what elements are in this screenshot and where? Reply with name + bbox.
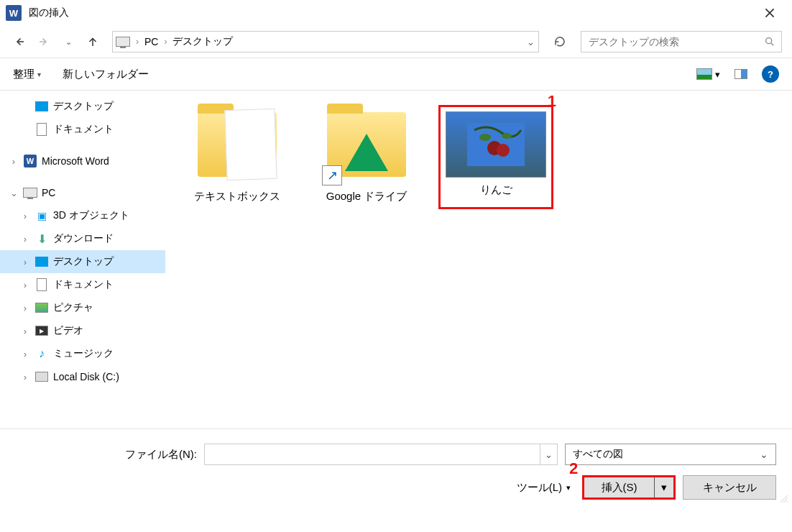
cancel-button[interactable]: キャンセル (683, 475, 776, 500)
desktop-icon (35, 257, 48, 267)
preview-pane-icon (735, 69, 747, 79)
sidebar-item-desktop-quick[interactable]: デスクトップ (0, 95, 165, 118)
refresh-icon (553, 35, 566, 48)
organize-label: 整理 (13, 68, 34, 81)
tools-menu[interactable]: ツール(L) ▾ (517, 481, 571, 495)
forward-button[interactable] (34, 32, 53, 51)
sidebar-item-label: ミュージック (53, 347, 114, 360)
preview-pane-button[interactable] (735, 69, 747, 79)
sidebar-item-label: PC (42, 187, 55, 198)
navigation-pane: デスクトップ ドキュメント › W Microsoft Word ⌄ PC ›▣… (0, 91, 165, 428)
item-label: りんご (480, 183, 512, 197)
insert-button-dropdown[interactable]: ▾ (655, 481, 673, 494)
sidebar-item-documents[interactable]: › ドキュメント (0, 273, 165, 296)
svg-point-0 (766, 38, 772, 44)
expand-icon[interactable]: › (20, 326, 30, 336)
insert-button[interactable]: 挿入(S) ▾ (582, 475, 676, 500)
recent-locations-button[interactable]: ⌄ (59, 32, 78, 51)
expand-icon[interactable]: › (9, 156, 19, 167)
document-icon (37, 278, 47, 291)
shortcut-icon: ↗ (322, 165, 342, 185)
tools-label: ツール(L) (517, 481, 562, 495)
chevron-down-icon: ▾ (661, 481, 667, 494)
sidebar-item-label: ピクチャ (53, 301, 93, 314)
image-item-apple[interactable]: りんご (438, 105, 553, 209)
filename-dropdown[interactable]: ⌄ (540, 444, 558, 465)
resize-grip-icon[interactable] (779, 494, 789, 504)
music-icon: ♪ (39, 347, 45, 360)
chevron-down-icon: ⌄ (760, 449, 768, 460)
svg-point-5 (502, 133, 512, 139)
sidebar-item-label: ドキュメント (53, 278, 114, 291)
expand-icon[interactable]: › (20, 349, 30, 359)
pc-icon (23, 188, 37, 198)
dialog-footer: ファイル名(N): ⌄ すべての図 ⌄ ツール(L) ▾ 2 挿入(S) ▾ キ… (0, 428, 792, 507)
sidebar-item-label: ダウンロード (53, 232, 114, 245)
folder-item-textbox[interactable]: テキストボックス (180, 105, 295, 203)
organize-menu[interactable]: 整理 ▾ (13, 68, 41, 81)
desktop-icon (35, 101, 48, 111)
folder-item-gdrive[interactable]: ↗ Google ドライブ (309, 105, 424, 203)
sidebar-item-music[interactable]: ›♪ ミュージック (0, 342, 165, 365)
cancel-label: キャンセル (703, 481, 757, 495)
sidebar-item-videos[interactable]: ›▶ ビデオ (0, 319, 165, 342)
filename-input[interactable] (204, 444, 540, 465)
item-label: Google ドライブ (326, 190, 407, 203)
svg-point-4 (479, 134, 491, 141)
new-folder-button[interactable]: 新しいフォルダー (63, 68, 149, 81)
sidebar-item-local-disk[interactable]: › Local Disk (C:) (0, 365, 165, 388)
thumbnail-view-icon (696, 68, 712, 80)
help-button[interactable]: ? (762, 65, 779, 83)
expand-icon[interactable]: › (20, 280, 30, 290)
new-folder-label: 新しいフォルダー (63, 68, 149, 81)
file-type-filter[interactable]: すべての図 ⌄ (565, 444, 776, 465)
chevron-down-icon: ⌄ (65, 37, 72, 47)
document-icon (37, 123, 47, 136)
back-button[interactable] (10, 32, 29, 51)
callout-2: 2 (569, 459, 578, 478)
close-icon (765, 8, 775, 18)
title-bar: W 図の挿入 (0, 0, 792, 26)
search-icon (764, 36, 775, 47)
folder-thumbnail (194, 105, 280, 184)
video-icon: ▶ (35, 326, 48, 336)
up-button[interactable] (83, 32, 102, 51)
search-input[interactable] (587, 35, 764, 48)
sidebar-item-label: Local Disk (C:) (53, 371, 119, 382)
sidebar-item-pictures[interactable]: › ピクチャ (0, 296, 165, 319)
arrow-right-icon (37, 35, 50, 48)
expand-icon[interactable]: › (20, 211, 30, 221)
expand-icon[interactable]: › (20, 234, 30, 244)
sidebar-item-label: ビデオ (53, 324, 83, 337)
sidebar-item-documents-quick[interactable]: ドキュメント (0, 118, 165, 141)
sidebar-item-desktop[interactable]: › デスクトップ (0, 250, 165, 273)
address-dropdown[interactable]: ⌄ (522, 37, 538, 47)
expand-icon[interactable]: › (20, 257, 30, 267)
disk-icon (35, 372, 48, 382)
view-mode-button[interactable]: ▾ (696, 68, 720, 80)
insert-button-main[interactable]: 挿入(S) (584, 477, 655, 497)
sidebar-item-downloads[interactable]: ›⬇ ダウンロード (0, 227, 165, 250)
sidebar-item-pc[interactable]: ⌄ PC (0, 181, 165, 204)
breadcrumb-pc[interactable]: PC (142, 36, 161, 47)
expand-icon[interactable]: › (20, 372, 30, 382)
refresh-button[interactable] (549, 31, 571, 52)
chevron-down-icon: ▾ (37, 70, 41, 78)
filename-label: ファイル名(N): (16, 448, 197, 462)
sidebar-item-3d-objects[interactable]: ›▣ 3D オブジェクト (0, 204, 165, 227)
expand-icon[interactable]: › (20, 303, 30, 313)
collapse-icon[interactable]: ⌄ (9, 188, 19, 198)
breadcrumb-desktop[interactable]: デスクトップ (170, 35, 236, 48)
close-button[interactable] (753, 0, 786, 26)
callout-1: 1 (548, 92, 556, 111)
sidebar-item-word[interactable]: › W Microsoft Word (0, 150, 165, 173)
chevron-down-icon: ▾ (566, 483, 571, 492)
file-list[interactable]: テキストボックス ↗ Google ドライブ 1 (165, 91, 792, 428)
cube-icon: ▣ (37, 210, 47, 221)
filter-label: すべての図 (573, 448, 623, 461)
chevron-down-icon: ▾ (715, 69, 720, 80)
address-bar[interactable]: › PC › デスクトップ ⌄ (112, 31, 539, 52)
search-box[interactable] (581, 31, 782, 52)
download-icon: ⬇ (37, 232, 47, 246)
sidebar-item-label: Microsoft Word (42, 155, 109, 167)
